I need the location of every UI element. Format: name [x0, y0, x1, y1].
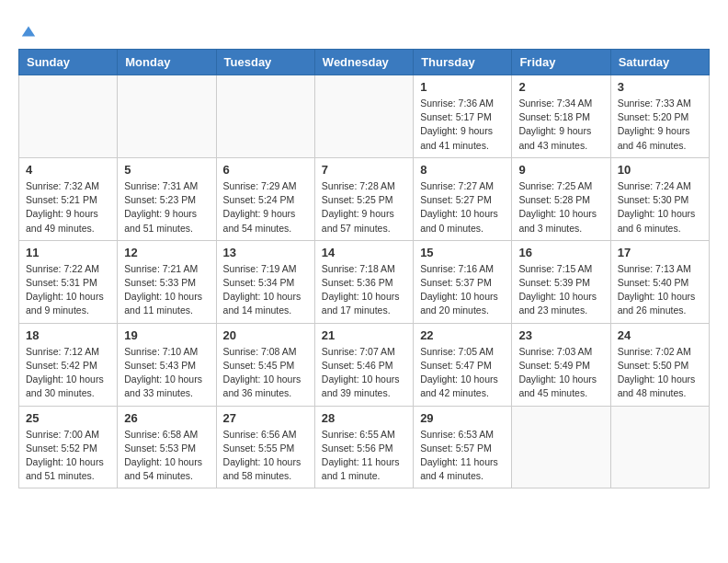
day-info: Sunrise: 7:05 AM Sunset: 5:47 PM Dayligh… [420, 345, 505, 401]
calendar-cell: 25Sunrise: 7:00 AM Sunset: 5:52 PM Dayli… [19, 406, 118, 488]
day-number: 17 [618, 246, 702, 259]
week-row-3: 11Sunrise: 7:22 AM Sunset: 5:31 PM Dayli… [19, 240, 710, 323]
logo-icon [20, 23, 37, 40]
logo [18, 23, 37, 40]
day-info: Sunrise: 7:08 AM Sunset: 5:45 PM Dayligh… [223, 345, 308, 401]
day-number: 2 [518, 80, 603, 94]
day-number: 23 [518, 328, 603, 342]
calendar-cell: 29Sunrise: 6:53 AM Sunset: 5:57 PM Dayli… [414, 406, 512, 488]
day-number: 1 [420, 80, 505, 94]
day-number: 15 [420, 246, 505, 259]
day-info: Sunrise: 7:33 AM Sunset: 5:20 PM Dayligh… [618, 97, 702, 153]
day-info: Sunrise: 7:25 AM Sunset: 5:28 PM Dayligh… [518, 179, 603, 236]
week-row-5: 25Sunrise: 7:00 AM Sunset: 5:52 PM Dayli… [19, 406, 710, 488]
week-row-1: 1Sunrise: 7:36 AM Sunset: 5:17 PM Daylig… [19, 75, 710, 158]
calendar-cell: 16Sunrise: 7:15 AM Sunset: 5:39 PM Dayli… [512, 240, 610, 323]
day-info: Sunrise: 7:31 AM Sunset: 5:23 PM Dayligh… [124, 179, 209, 236]
day-number: 19 [124, 328, 209, 342]
calendar: SundayMondayTuesdayWednesdayThursdayFrid… [18, 49, 710, 488]
day-info: Sunrise: 7:34 AM Sunset: 5:18 PM Dayligh… [518, 97, 603, 153]
day-info: Sunrise: 7:19 AM Sunset: 5:34 PM Dayligh… [223, 262, 308, 318]
day-number: 27 [223, 411, 308, 425]
day-info: Sunrise: 6:58 AM Sunset: 5:53 PM Dayligh… [124, 428, 209, 484]
day-number: 4 [26, 163, 110, 177]
calendar-cell: 24Sunrise: 7:02 AM Sunset: 5:50 PM Dayli… [610, 323, 709, 406]
calendar-cell: 21Sunrise: 7:07 AM Sunset: 5:46 PM Dayli… [314, 323, 413, 406]
day-number: 12 [124, 246, 209, 259]
day-number: 26 [124, 411, 209, 425]
day-header-tuesday: Tuesday [216, 50, 314, 75]
day-header-friday: Friday [512, 50, 610, 75]
svg-marker-0 [22, 27, 35, 37]
day-number: 22 [420, 328, 505, 342]
day-info: Sunrise: 7:24 AM Sunset: 5:30 PM Dayligh… [618, 179, 702, 236]
calendar-cell: 18Sunrise: 7:12 AM Sunset: 5:42 PM Dayli… [19, 323, 118, 406]
calendar-cell: 4Sunrise: 7:32 AM Sunset: 5:21 PM Daylig… [19, 157, 118, 240]
days-header-row: SundayMondayTuesdayWednesdayThursdayFrid… [19, 50, 710, 75]
calendar-cell: 19Sunrise: 7:10 AM Sunset: 5:43 PM Dayli… [118, 323, 216, 406]
calendar-cell: 1Sunrise: 7:36 AM Sunset: 5:17 PM Daylig… [414, 75, 512, 158]
calendar-cell: 5Sunrise: 7:31 AM Sunset: 5:23 PM Daylig… [118, 157, 216, 240]
calendar-cell [19, 75, 118, 158]
day-number: 16 [518, 246, 603, 259]
day-info: Sunrise: 7:12 AM Sunset: 5:42 PM Dayligh… [26, 345, 110, 401]
calendar-cell: 13Sunrise: 7:19 AM Sunset: 5:34 PM Dayli… [216, 240, 314, 323]
day-info: Sunrise: 7:29 AM Sunset: 5:24 PM Dayligh… [223, 179, 308, 236]
calendar-cell: 9Sunrise: 7:25 AM Sunset: 5:28 PM Daylig… [512, 157, 610, 240]
day-info: Sunrise: 7:10 AM Sunset: 5:43 PM Dayligh… [124, 345, 209, 401]
calendar-cell [512, 406, 610, 488]
calendar-cell [314, 75, 413, 158]
week-row-2: 4Sunrise: 7:32 AM Sunset: 5:21 PM Daylig… [19, 157, 710, 240]
day-info: Sunrise: 7:02 AM Sunset: 5:50 PM Dayligh… [618, 345, 702, 401]
calendar-cell: 26Sunrise: 6:58 AM Sunset: 5:53 PM Dayli… [118, 406, 216, 488]
calendar-cell: 12Sunrise: 7:21 AM Sunset: 5:33 PM Dayli… [118, 240, 216, 323]
day-number: 20 [223, 328, 308, 342]
day-info: Sunrise: 6:55 AM Sunset: 5:56 PM Dayligh… [322, 428, 406, 484]
calendar-cell: 11Sunrise: 7:22 AM Sunset: 5:31 PM Dayli… [19, 240, 118, 323]
day-info: Sunrise: 7:00 AM Sunset: 5:52 PM Dayligh… [26, 428, 110, 484]
day-number: 18 [26, 328, 110, 342]
week-row-4: 18Sunrise: 7:12 AM Sunset: 5:42 PM Dayli… [19, 323, 710, 406]
calendar-cell: 8Sunrise: 7:27 AM Sunset: 5:27 PM Daylig… [414, 157, 512, 240]
day-number: 21 [322, 328, 406, 342]
day-number: 11 [26, 246, 110, 259]
day-number: 10 [618, 163, 702, 177]
day-number: 28 [322, 411, 406, 425]
day-number: 7 [322, 163, 406, 177]
calendar-cell: 6Sunrise: 7:29 AM Sunset: 5:24 PM Daylig… [216, 157, 314, 240]
day-info: Sunrise: 7:03 AM Sunset: 5:49 PM Dayligh… [518, 345, 603, 401]
day-header-wednesday: Wednesday [314, 50, 413, 75]
calendar-cell: 14Sunrise: 7:18 AM Sunset: 5:36 PM Dayli… [314, 240, 413, 323]
calendar-cell: 22Sunrise: 7:05 AM Sunset: 5:47 PM Dayli… [414, 323, 512, 406]
calendar-cell: 2Sunrise: 7:34 AM Sunset: 5:18 PM Daylig… [512, 75, 610, 158]
day-info: Sunrise: 7:27 AM Sunset: 5:27 PM Dayligh… [420, 179, 505, 236]
day-info: Sunrise: 7:13 AM Sunset: 5:40 PM Dayligh… [618, 262, 702, 318]
calendar-cell: 27Sunrise: 6:56 AM Sunset: 5:55 PM Dayli… [216, 406, 314, 488]
calendar-cell [118, 75, 216, 158]
day-number: 14 [322, 246, 406, 259]
day-info: Sunrise: 7:18 AM Sunset: 5:36 PM Dayligh… [322, 262, 406, 318]
page-header [18, 18, 710, 40]
day-number: 25 [26, 411, 110, 425]
day-info: Sunrise: 7:21 AM Sunset: 5:33 PM Dayligh… [124, 262, 209, 318]
day-header-saturday: Saturday [610, 50, 709, 75]
day-number: 9 [518, 163, 603, 177]
day-header-sunday: Sunday [19, 50, 118, 75]
day-info: Sunrise: 7:16 AM Sunset: 5:37 PM Dayligh… [420, 262, 505, 318]
day-info: Sunrise: 6:56 AM Sunset: 5:55 PM Dayligh… [223, 428, 308, 484]
calendar-cell: 20Sunrise: 7:08 AM Sunset: 5:45 PM Dayli… [216, 323, 314, 406]
day-info: Sunrise: 7:36 AM Sunset: 5:17 PM Dayligh… [420, 97, 505, 153]
calendar-cell: 15Sunrise: 7:16 AM Sunset: 5:37 PM Dayli… [414, 240, 512, 323]
day-number: 3 [618, 80, 702, 94]
calendar-cell: 10Sunrise: 7:24 AM Sunset: 5:30 PM Dayli… [610, 157, 709, 240]
calendar-cell: 23Sunrise: 7:03 AM Sunset: 5:49 PM Dayli… [512, 323, 610, 406]
calendar-cell: 7Sunrise: 7:28 AM Sunset: 5:25 PM Daylig… [314, 157, 413, 240]
day-header-monday: Monday [118, 50, 216, 75]
calendar-cell: 3Sunrise: 7:33 AM Sunset: 5:20 PM Daylig… [610, 75, 709, 158]
day-info: Sunrise: 7:28 AM Sunset: 5:25 PM Dayligh… [322, 179, 406, 236]
day-number: 8 [420, 163, 505, 177]
day-number: 24 [618, 328, 702, 342]
day-number: 13 [223, 246, 308, 259]
day-number: 29 [420, 411, 505, 425]
day-info: Sunrise: 7:32 AM Sunset: 5:21 PM Dayligh… [26, 179, 110, 236]
